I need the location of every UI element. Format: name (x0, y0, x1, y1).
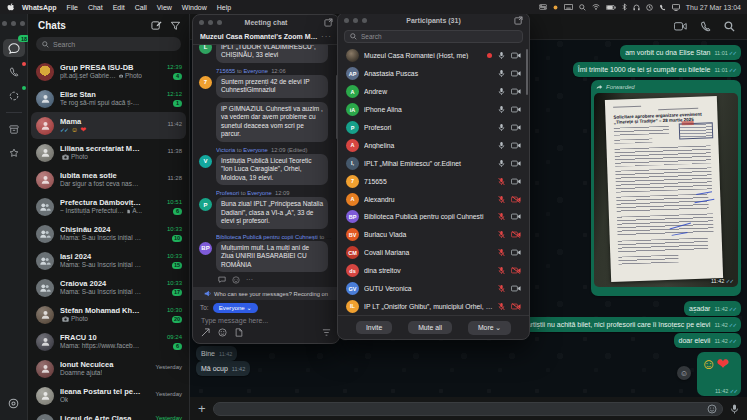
menu-window[interactable]: Window (182, 4, 207, 11)
chat-list-item[interactable]: Craiova 2024 Mama: S-au înscris inițial … (28, 274, 189, 301)
menubar-clock[interactable]: Thu 27 Mar 13:04 (686, 4, 741, 11)
participant-row[interactable]: A Alexandru (338, 190, 529, 208)
chat-list-item[interactable]: Elise Stan Te rog să-mi spui dacă ți-au … (28, 85, 189, 112)
chat-list-item[interactable]: Chișinău 2024 Mama: S-au înscris inițial… (28, 220, 189, 247)
participant-row[interactable]: ds dina streltov (338, 262, 529, 280)
emoji-icon[interactable] (218, 328, 227, 337)
emoji-react-icon[interactable] (232, 276, 240, 284)
status-tab-icon[interactable] (3, 87, 25, 105)
mic-muted-icon[interactable] (498, 212, 505, 221)
battery-icon[interactable] (606, 5, 616, 10)
participant-row[interactable]: BP Biblioteca Publică pentru copii Cuhne… (338, 208, 529, 226)
participant-row[interactable]: A Anghelina (338, 136, 529, 154)
participant-row[interactable]: CM Covali Mariana (338, 244, 529, 262)
scrollbar-thumb[interactable] (526, 49, 528, 95)
chat-list-item[interactable]: Iași 2024 Mama: S-au înscris inițial 120… (28, 247, 189, 274)
screenshot-icon[interactable] (201, 328, 210, 337)
keyboard-icon[interactable] (564, 4, 573, 10)
more-button[interactable]: More ⌄ (468, 321, 511, 335)
conversation-search-icon[interactable] (724, 21, 735, 32)
control-center-icon[interactable] (539, 4, 547, 10)
participant-row[interactable]: iA iPhone Alina (338, 101, 529, 119)
participant-row[interactable]: A Andrew (338, 83, 529, 101)
menubar-app-name[interactable]: WhatsApp (22, 4, 57, 11)
menu-edit[interactable]: Edit (113, 4, 125, 11)
mic-icon[interactable] (498, 141, 505, 150)
chat-list-item[interactable]: Stefan Mohamad Khalil Photo 10:30 20 (28, 301, 189, 328)
mic-icon[interactable] (498, 87, 505, 96)
participant-row[interactable]: Muzeul Casa Romanței (Host, me) (338, 47, 529, 65)
camera-icon[interactable] (511, 142, 521, 149)
pop-out-icon[interactable] (514, 16, 523, 25)
participant-row[interactable]: IL IP LT „Onisifor Ghibu”, municipiul Or… (338, 297, 529, 315)
camera-off-icon[interactable] (511, 231, 521, 238)
starred-messages-icon[interactable] (3, 144, 25, 162)
forwarded-image-message[interactable]: Forwarded Solicitare aprobare organizare… (591, 80, 741, 296)
attach-icon[interactable]: + (198, 402, 206, 415)
mute-all-button[interactable]: Mute all (408, 321, 452, 334)
camera-icon[interactable] (511, 124, 521, 131)
mic-icon[interactable] (498, 69, 505, 78)
chat-list-item[interactable]: Liliana secretariat Muzeu Photo 11:38 (28, 139, 189, 166)
sticker-icon[interactable] (707, 404, 717, 414)
camera-icon[interactable] (511, 285, 521, 292)
sidebar-search-input[interactable]: Search (36, 37, 181, 51)
recipient-selector[interactable]: Everyone ⌄ (213, 303, 258, 313)
camera-icon[interactable] (511, 52, 521, 59)
format-icon[interactable] (322, 328, 331, 337)
menu-file[interactable]: File (67, 4, 78, 11)
chat-list-item[interactable]: Prefectura Dâmbovița-PRESĂ ~ Instituția … (28, 193, 189, 220)
menu-view[interactable]: View (157, 4, 172, 11)
mic-muted-icon[interactable] (498, 302, 505, 311)
pop-out-icon[interactable] (324, 18, 333, 27)
camera-icon[interactable] (511, 106, 521, 113)
menu-help[interactable]: Help (217, 4, 231, 11)
video-call-icon[interactable] (674, 22, 687, 31)
meeting-chat-input[interactable]: Type message here... (193, 315, 339, 328)
new-chat-icon[interactable] (151, 20, 162, 31)
mic-muted-icon[interactable] (498, 284, 505, 293)
chat-list-item[interactable]: Grup PRESA ISU-DB plt.adj.șef Gabriel Gî… (28, 58, 189, 85)
quote-reply-icon[interactable] (218, 276, 226, 283)
file-icon[interactable] (235, 328, 243, 337)
menu-chat[interactable]: Chat (88, 4, 103, 11)
camera-icon[interactable] (511, 70, 521, 77)
chat-list-item[interactable]: Liceul de Arte Clasa pregătitoare 20... … (28, 409, 189, 420)
chats-tab-icon[interactable]: 18 (3, 39, 25, 57)
participant-row[interactable]: GV GUȚU Veronica (338, 280, 529, 298)
headphones-icon[interactable] (633, 4, 640, 11)
phone-icon[interactable] (659, 4, 666, 11)
react-button[interactable]: ☺ (677, 366, 691, 380)
chat-list-item[interactable]: Ionut Neculcea Doamne ajuta! Yesterday (28, 355, 189, 382)
chat-list-item[interactable]: Mama ✓✓☺❤ 11:42 (31, 112, 186, 139)
chat-list-item[interactable]: Ileana Postaru tel personal Ok Yesterday (28, 382, 189, 409)
spotlight-icon[interactable] (579, 4, 586, 11)
mic-muted-icon[interactable] (498, 195, 505, 204)
calls-tab-icon[interactable] (3, 63, 25, 81)
apple-icon[interactable] (7, 3, 15, 12)
archived-chats-icon[interactable] (3, 120, 25, 138)
chat-list-item[interactable]: FRACU 10 Mama: https://www.facebook.com/… (28, 328, 189, 355)
settings-icon[interactable] (3, 394, 25, 412)
voice-message-icon[interactable] (730, 403, 739, 415)
camera-off-icon[interactable] (511, 267, 521, 274)
participant-row[interactable]: I, IPLT „Mihai Eminescu” or.Edineț (338, 154, 529, 172)
camera-icon[interactable] (511, 178, 521, 185)
camera-off-icon[interactable] (511, 196, 521, 203)
mic-muted-icon[interactable] (498, 230, 505, 239)
message-input[interactable] (213, 402, 723, 416)
bluetooth-icon[interactable] (622, 3, 627, 11)
camera-icon[interactable] (511, 160, 521, 167)
meeting-chat-more-icon[interactable]: ··· (321, 32, 332, 41)
participant-row[interactable]: BV Burlacu Vlada (338, 226, 529, 244)
menu-call[interactable]: Call (135, 4, 147, 11)
mic-in-use-dot[interactable] (553, 5, 558, 10)
mic-muted-icon[interactable] (498, 266, 505, 275)
invite-button[interactable]: Invite (356, 321, 392, 334)
mic-muted-icon[interactable] (498, 248, 505, 257)
voice-call-icon[interactable] (700, 21, 711, 32)
mic-icon[interactable] (498, 123, 505, 132)
camera-icon[interactable] (511, 213, 521, 220)
mic-icon[interactable] (498, 51, 505, 60)
display-icon[interactable] (672, 4, 680, 11)
